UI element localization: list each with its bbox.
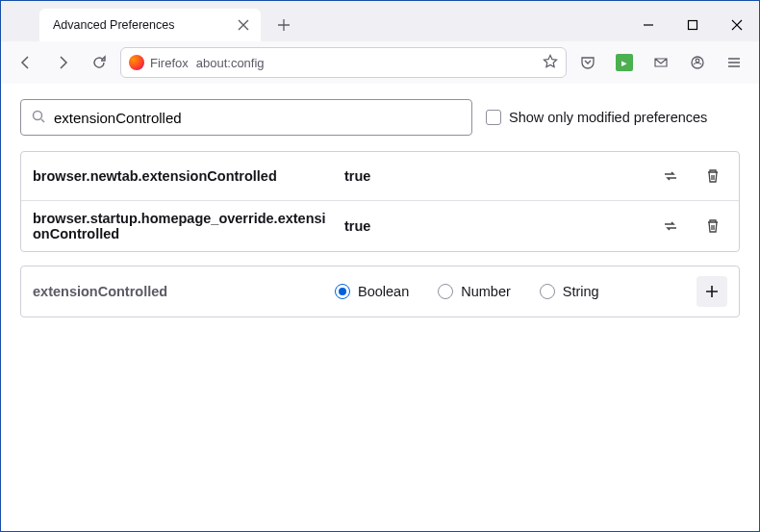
checkbox-label: Show only modified preferences: [509, 110, 707, 125]
search-icon: [31, 109, 46, 127]
radio-icon: [438, 284, 453, 299]
delete-button[interactable]: [698, 162, 727, 190]
close-tab-icon[interactable]: [236, 17, 251, 33]
pref-name: browser.startup.homepage_override.extens…: [33, 211, 331, 241]
identity-box[interactable]: Firefox: [129, 55, 189, 70]
reload-button[interactable]: [84, 47, 114, 78]
extension-icon[interactable]: ▸: [609, 47, 640, 78]
bookmark-star-icon[interactable]: [543, 54, 558, 72]
search-input[interactable]: [54, 110, 462, 126]
toggle-button[interactable]: [656, 212, 685, 241]
delete-button[interactable]: [698, 212, 727, 241]
mail-icon[interactable]: [646, 47, 676, 78]
new-pref-box: extensionControlled Boolean Number Strin…: [20, 266, 740, 317]
titlebar: Advanced Preferences: [1, 1, 759, 41]
about-config-content: Show only modified preferences browser.n…: [1, 84, 759, 333]
firefox-icon: [129, 55, 144, 70]
pref-row[interactable]: browser.newtab.extensionControlled true: [21, 152, 739, 201]
pocket-icon[interactable]: [572, 47, 603, 78]
account-icon[interactable]: [682, 47, 713, 78]
type-radios: Boolean Number String: [335, 284, 683, 299]
radio-string[interactable]: String: [540, 284, 599, 299]
forward-button[interactable]: [47, 47, 78, 78]
checkbox-icon: [486, 110, 501, 125]
toggle-button[interactable]: [656, 162, 685, 190]
tab-title: Advanced Preferences: [53, 18, 174, 32]
url-text: about:config: [196, 56, 265, 70]
radio-icon: [540, 284, 555, 299]
radio-icon: [335, 284, 350, 299]
new-tab-button[interactable]: [270, 12, 297, 38]
nav-toolbar: Firefox about:config ▸: [1, 41, 759, 84]
identity-label: Firefox: [150, 56, 189, 70]
svg-point-3: [34, 111, 42, 119]
browser-tab[interactable]: Advanced Preferences: [39, 9, 261, 41]
svg-point-2: [696, 59, 699, 63]
minimize-button[interactable]: [626, 5, 671, 45]
svg-rect-0: [689, 21, 697, 30]
maximize-button[interactable]: [671, 5, 715, 45]
back-button[interactable]: [11, 47, 41, 78]
pref-list: browser.newtab.extensionControlled true …: [20, 151, 740, 252]
new-pref-name: extensionControlled: [33, 284, 321, 299]
pref-search-box[interactable]: [20, 99, 472, 136]
window-controls: [626, 5, 759, 45]
address-bar[interactable]: Firefox about:config: [120, 47, 567, 78]
search-row: Show only modified preferences: [20, 99, 740, 136]
pref-name: browser.newtab.extensionControlled: [33, 168, 331, 184]
pref-row[interactable]: browser.startup.homepage_override.extens…: [21, 201, 739, 251]
pref-value: true: [344, 218, 643, 234]
add-pref-button[interactable]: [697, 276, 727, 307]
menu-icon[interactable]: [719, 47, 749, 78]
pref-value: true: [344, 168, 643, 184]
show-modified-checkbox[interactable]: Show only modified preferences: [486, 110, 707, 125]
close-window-button[interactable]: [715, 5, 759, 45]
radio-boolean[interactable]: Boolean: [335, 284, 409, 299]
radio-number[interactable]: Number: [438, 284, 511, 299]
